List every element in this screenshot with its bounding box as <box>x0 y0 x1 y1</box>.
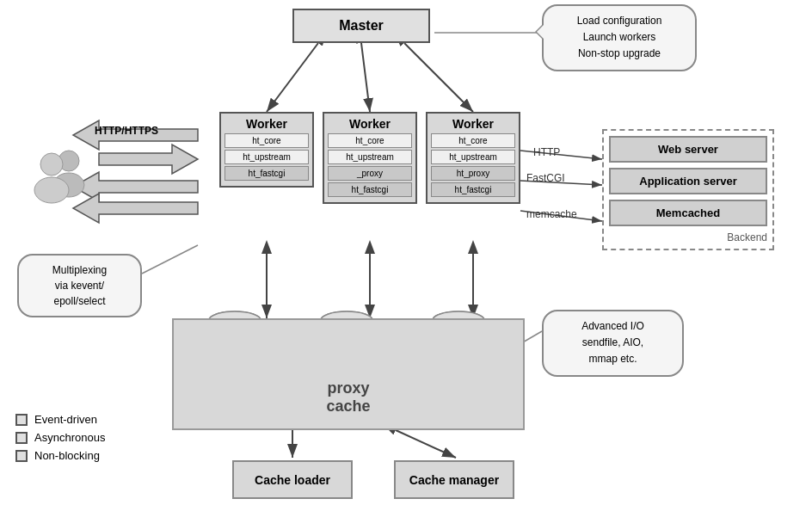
svg-line-19 <box>142 245 198 274</box>
legend: Event-driven Asynchronous Non-blocking <box>15 413 105 467</box>
callout-top: Load configurationLaunch workersNon-stop… <box>542 4 697 71</box>
legend-item-asynchronous: Asynchronous <box>15 431 105 444</box>
callout-multiplexing: Multiplexingvia kevent/epoll/select <box>17 254 142 317</box>
callout-top-text: Load configurationLaunch workersNon-stop… <box>577 15 662 59</box>
master-label: Master <box>339 18 384 34</box>
legend-box-event-driven <box>15 414 28 426</box>
cache-loader-label: Cache loader <box>255 473 330 487</box>
callout-multiplexing-text: Multiplexingvia kevent/epoll/select <box>52 264 107 307</box>
backend-group: Web server Application server Memcached … <box>602 129 774 250</box>
master-box: Master <box>292 9 430 43</box>
diagram-container: Master Load configurationLaunch workersN… <box>0 0 812 505</box>
proxy-cache-area: proxycache <box>172 318 525 430</box>
http-protocol-label: HTTP <box>533 146 560 158</box>
callout-advanced-io-text: Advanced I/Osendfile, AIO,mmap etc. <box>581 320 644 365</box>
worker2-label: Worker <box>328 117 412 131</box>
worker3-module-proxy: ht_proxy <box>431 166 515 181</box>
backend-webserver: Web server <box>609 136 767 163</box>
callout-advanced-io: Advanced I/Osendfile, AIO,mmap etc. <box>542 310 684 377</box>
cache-manager-box: Cache manager <box>394 460 514 499</box>
cache-manager-label: Cache manager <box>409 473 499 487</box>
worker3-module-upstream: ht_upstream <box>431 150 515 164</box>
legend-label-asynchronous: Asynchronous <box>34 431 105 444</box>
worker3-module-fastcgi: ht_fastcgi <box>431 182 515 197</box>
worker1-module-upstream: ht_upstream <box>225 150 309 164</box>
worker1-label: Worker <box>225 117 309 131</box>
worker1-box: Worker ht_core ht_upstream ht_fastcgi <box>219 112 314 188</box>
legend-box-non-blocking <box>15 450 28 462</box>
svg-point-24 <box>40 153 63 176</box>
fastcgi-protocol-label: FastCGI <box>526 172 565 184</box>
worker2-module-upstream: ht_upstream <box>328 150 412 164</box>
svg-marker-7 <box>99 145 198 174</box>
worker3-box: Worker ht_core ht_upstream ht_proxy ht_f… <box>426 112 520 204</box>
svg-line-18 <box>396 430 456 458</box>
svg-point-25 <box>34 177 69 203</box>
http-https-label: HTTP/HTTPS <box>95 125 158 137</box>
users-icon <box>24 142 93 213</box>
svg-line-5 <box>361 43 370 112</box>
backend-appserver: Application server <box>609 168 767 194</box>
backend-label: Backend <box>609 231 767 243</box>
worker2-module-fastcgi: ht_fastcgi <box>328 182 412 197</box>
svg-line-6 <box>404 43 473 112</box>
legend-item-non-blocking: Non-blocking <box>15 449 105 462</box>
worker1-module-core: ht_core <box>225 133 309 148</box>
svg-line-4 <box>267 43 318 112</box>
legend-label-event-driven: Event-driven <box>34 413 97 426</box>
legend-box-asynchronous <box>15 432 28 444</box>
worker3-module-core: ht_core <box>431 133 515 148</box>
memcache-protocol-label: memcache <box>526 208 577 220</box>
worker3-label: Worker <box>431 117 515 131</box>
worker2-module-core: ht_core <box>328 133 412 148</box>
worker2-module-proxy: _proxy <box>328 166 412 181</box>
legend-item-event-driven: Event-driven <box>15 413 105 426</box>
proxy-cache-label: proxycache <box>326 379 370 416</box>
legend-label-non-blocking: Non-blocking <box>34 449 100 462</box>
backend-memcached: Memcached <box>609 200 767 226</box>
cache-loader-box: Cache loader <box>232 460 353 499</box>
worker1-module-fastcgi: ht_fastcgi <box>225 166 309 181</box>
worker2-box: Worker ht_core ht_upstream _proxy ht_fas… <box>323 112 417 204</box>
